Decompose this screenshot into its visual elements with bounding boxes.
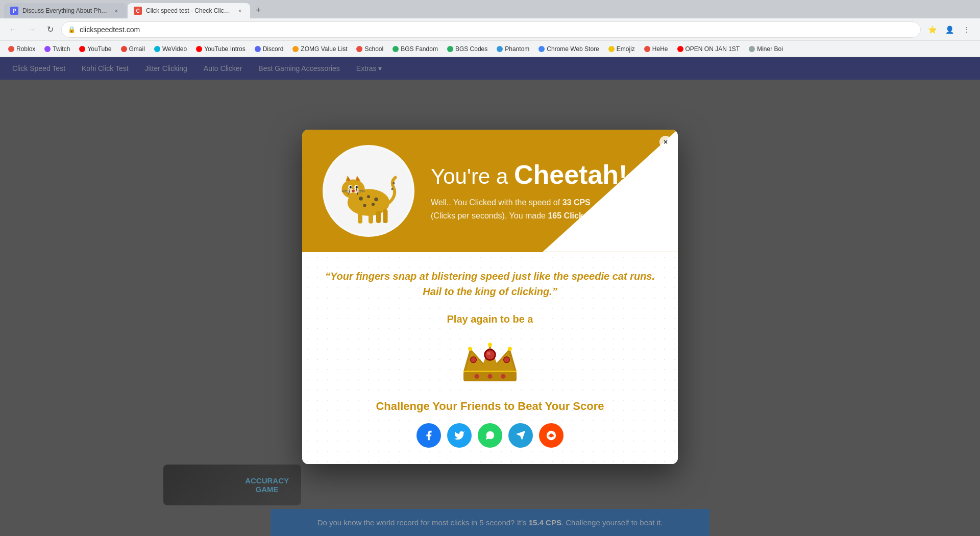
bookmark-favicon-miner — [749, 46, 755, 52]
bookmark-favicon-twitch — [44, 46, 51, 52]
bookmark-favicon-wevideo — [154, 46, 160, 52]
bookmark-label-discord: Discord — [263, 45, 284, 53]
bookmark-zomg[interactable]: ZOMG Value List — [288, 44, 351, 54]
tab-close-clickspeed[interactable]: × — [236, 7, 244, 15]
bookmark-gmail[interactable]: Gmail — [117, 44, 149, 54]
tab-title-discuss: Discuss Everything About Phanto... — [22, 7, 108, 14]
svg-point-13 — [352, 189, 355, 192]
modal-subtitle: Well.. You Clicked with the speed of 33 … — [431, 196, 641, 222]
modal-body: “Your fingers snap at blistering speed j… — [302, 252, 678, 464]
bookmark-emojiz[interactable]: Emojiz — [604, 44, 639, 54]
share-reddit-button[interactable] — [539, 423, 564, 448]
result-modal: × — [302, 130, 678, 464]
svg-point-36 — [487, 352, 491, 355]
tab-bar: P Discuss Everything About Phanto... × C… — [0, 0, 980, 18]
browser-frame: P Discuss Everything About Phanto... × C… — [0, 0, 980, 536]
svg-point-3 — [374, 197, 378, 201]
bookmark-open[interactable]: OPEN ON JAN 1ST — [673, 44, 744, 54]
svg-point-29 — [474, 374, 479, 378]
bookmark-ytintros[interactable]: YouTube Intros — [192, 44, 250, 54]
challenge-text: Challenge Your Friends to Beat Your Scor… — [323, 400, 657, 413]
svg-rect-18 — [358, 212, 362, 224]
modal-result-text: You're a Cheetah! Well.. You Clicked wit… — [431, 159, 641, 222]
bookmark-label-roblox: Roblox — [16, 45, 35, 53]
cheetah-avatar — [323, 145, 414, 237]
bookmark-twitch[interactable]: Twitch — [40, 44, 74, 54]
play-again-text: Play again to be a — [323, 313, 657, 325]
svg-point-12 — [356, 186, 358, 188]
bookmark-favicon-emojiz — [608, 46, 615, 52]
content-area: Click Speed Test Kohi Click Test Jitter … — [0, 57, 980, 536]
bookmark-label-emojiz: Emojiz — [617, 45, 635, 53]
bookmark-favicon-ytintros — [196, 46, 202, 52]
modal-overlay: × — [0, 57, 980, 536]
svg-point-43 — [508, 347, 512, 351]
nav-bar: ← → ↻ 🔒 clickspeedtest.com ⭐ 👤 ⋮ — [0, 18, 980, 41]
modal-close-button[interactable]: × — [659, 136, 672, 148]
tab-discuss[interactable]: P Discuss Everything About Phanto... × — [4, 3, 127, 18]
bookmark-label-phantom: Phantom — [505, 45, 529, 53]
modal-title-animal: Cheetah! — [514, 160, 627, 189]
bookmark-favicon-gmail — [121, 46, 127, 52]
bookmark-label-chrome: Chrome Web Store — [547, 45, 599, 53]
svg-point-2 — [367, 195, 370, 198]
tab-favicon-clickspeed: C — [134, 7, 142, 15]
svg-point-11 — [350, 186, 352, 188]
cheetah-icon — [330, 153, 407, 229]
share-twitter-button[interactable] — [447, 423, 472, 448]
tab-favicon-discuss: P — [10, 7, 18, 15]
bookmark-label-ytintros: YouTube Intros — [204, 45, 246, 53]
back-button[interactable]: ← — [6, 22, 20, 37]
bookmark-discord[interactable]: Discord — [251, 44, 288, 54]
tab-clickspeed[interactable]: C Click speed test - Check Clicks pe... … — [128, 3, 250, 18]
bookmark-label-wevideo: WeVideo — [162, 45, 187, 53]
bookmark-label-twitch: Twitch — [53, 45, 70, 53]
bookmark-bgs-fandom[interactable]: BGS Fandom — [388, 44, 442, 54]
svg-point-6 — [342, 179, 365, 199]
bookmark-label-open: OPEN ON JAN 1ST — [685, 45, 740, 53]
share-whatsapp-button[interactable] — [478, 423, 502, 448]
tab-close-discuss[interactable]: × — [112, 7, 120, 15]
svg-point-42 — [488, 343, 492, 347]
modal-quote: “Your fingers snap at blistering speed j… — [323, 269, 657, 299]
svg-point-31 — [501, 374, 505, 378]
menu-button[interactable]: ⋮ — [960, 22, 974, 37]
svg-point-30 — [487, 374, 492, 378]
bookmark-bgs-codes[interactable]: BGS Codes — [443, 44, 492, 54]
forward-button[interactable]: → — [24, 22, 39, 37]
address-bar[interactable]: 🔒 clickspeedtest.com — [61, 21, 921, 38]
svg-point-1 — [359, 197, 363, 201]
bookmark-roblox[interactable]: Roblox — [4, 44, 39, 54]
svg-point-4 — [363, 204, 366, 207]
profile-button[interactable]: 👤 — [942, 22, 957, 37]
svg-point-5 — [372, 203, 375, 206]
bookmark-label-youtube: YouTube — [87, 45, 111, 53]
bookmark-miner[interactable]: Miner Boi — [745, 44, 787, 54]
share-telegram-button[interactable] — [508, 423, 533, 448]
extensions-button[interactable]: ⭐ — [925, 22, 939, 37]
bookmark-label-zomg: ZOMG Value List — [301, 45, 347, 53]
svg-rect-19 — [369, 213, 373, 223]
svg-point-40 — [504, 357, 509, 362]
bookmark-label-bgs-fandom: BGS Fandom — [401, 45, 438, 53]
modal-title-prefix: You're a — [431, 164, 514, 188]
bookmark-chrome[interactable]: Chrome Web Store — [534, 44, 603, 54]
social-buttons — [323, 423, 657, 448]
modal-sub-prefix1: Well.. You Clicked with the speed of — [431, 198, 562, 207]
svg-point-38 — [471, 357, 476, 362]
bookmark-phantom[interactable]: Phantom — [493, 44, 533, 54]
reload-button[interactable]: ↻ — [43, 22, 57, 37]
crown-container — [323, 333, 657, 389]
bookmark-hehe[interactable]: HeHe — [640, 44, 672, 54]
bookmark-school[interactable]: School — [352, 44, 387, 54]
bookmark-label-gmail: Gmail — [129, 45, 145, 53]
share-facebook-button[interactable] — [416, 423, 441, 448]
modal-title-line: You're a Cheetah! — [431, 159, 641, 190]
bookmark-favicon-discord — [255, 46, 261, 52]
bookmark-youtube[interactable]: YouTube — [75, 44, 115, 54]
nav-right-icons: ⭐ 👤 ⋮ — [925, 22, 974, 37]
crown-icon — [457, 333, 523, 389]
bookmarks-bar: Roblox Twitch YouTube Gmail WeVideo YouT… — [0, 41, 980, 57]
new-tab-button[interactable]: + — [251, 3, 265, 17]
bookmark-wevideo[interactable]: WeVideo — [150, 44, 191, 54]
